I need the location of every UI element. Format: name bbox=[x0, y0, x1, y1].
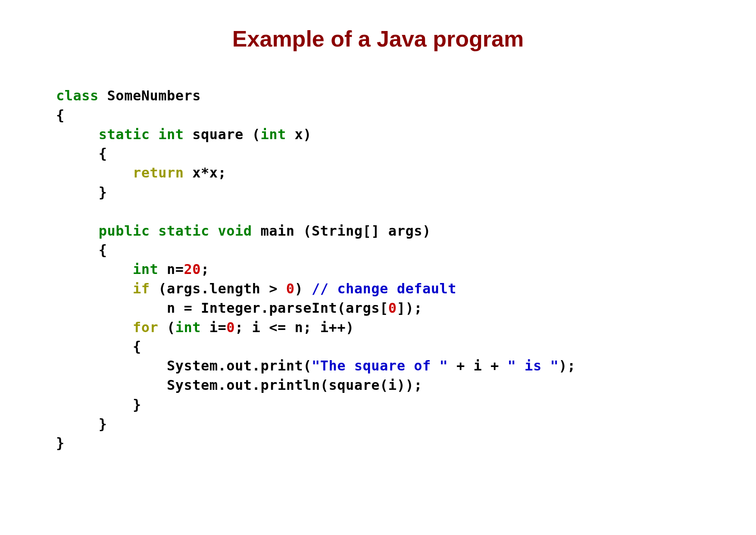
number-literal: 0 bbox=[388, 300, 397, 316]
open-brace: { bbox=[56, 338, 141, 355]
slide-container: Example of a Java program class SomeNumb… bbox=[0, 0, 756, 535]
class-name: SomeNumbers bbox=[99, 87, 201, 104]
method-sig: square ( bbox=[184, 126, 260, 143]
indent bbox=[56, 358, 167, 374]
open-brace: { bbox=[56, 242, 107, 258]
keyword-class: class bbox=[56, 87, 99, 104]
indent bbox=[56, 126, 99, 143]
code-block: class SomeNumbers { static int square (i… bbox=[56, 86, 700, 453]
close-brace: } bbox=[56, 396, 141, 413]
number-literal: 0 bbox=[226, 319, 235, 336]
decl: n= bbox=[158, 261, 184, 277]
sysout-println: System.out.println(square(i)); bbox=[56, 377, 422, 393]
keyword-int: int bbox=[133, 261, 158, 277]
keyword-public: public bbox=[99, 223, 150, 239]
assign: n = Integer.parseInt(args[ bbox=[167, 300, 388, 316]
close-brace: } bbox=[56, 416, 107, 432]
number-literal: 20 bbox=[184, 261, 201, 277]
keyword-return: return bbox=[133, 165, 184, 181]
keyword-static: static bbox=[158, 223, 209, 239]
indent bbox=[56, 223, 99, 239]
open-brace: { bbox=[56, 107, 65, 123]
param: x) bbox=[286, 126, 312, 143]
keyword-for: for bbox=[133, 319, 158, 336]
for-cond: ; i <= n; i++) bbox=[235, 319, 354, 336]
indent bbox=[56, 165, 133, 181]
keyword-int: int bbox=[158, 126, 184, 143]
keyword-int: int bbox=[175, 319, 201, 336]
number-literal: 0 bbox=[286, 280, 295, 297]
string-literal: " is " bbox=[508, 358, 559, 374]
indent bbox=[56, 280, 133, 297]
string-literal: "The square of " bbox=[312, 358, 448, 374]
return-expr: x*x; bbox=[184, 165, 226, 181]
keyword-int: int bbox=[260, 126, 286, 143]
sysout: System.out.print( bbox=[167, 358, 312, 374]
indent bbox=[56, 261, 133, 277]
if-cond: (args.length > bbox=[150, 280, 286, 297]
slide-title: Example of a Java program bbox=[56, 26, 700, 52]
indent bbox=[56, 319, 133, 336]
main-sig: main (String[] args) bbox=[252, 223, 431, 239]
indent bbox=[56, 300, 167, 316]
keyword-if: if bbox=[133, 280, 150, 297]
comment: // change default bbox=[312, 280, 456, 297]
open-brace: { bbox=[56, 145, 107, 162]
keyword-static: static bbox=[99, 126, 150, 143]
close-brace: } bbox=[56, 184, 107, 200]
keyword-void: void bbox=[218, 223, 252, 239]
close-brace: } bbox=[56, 435, 65, 451]
